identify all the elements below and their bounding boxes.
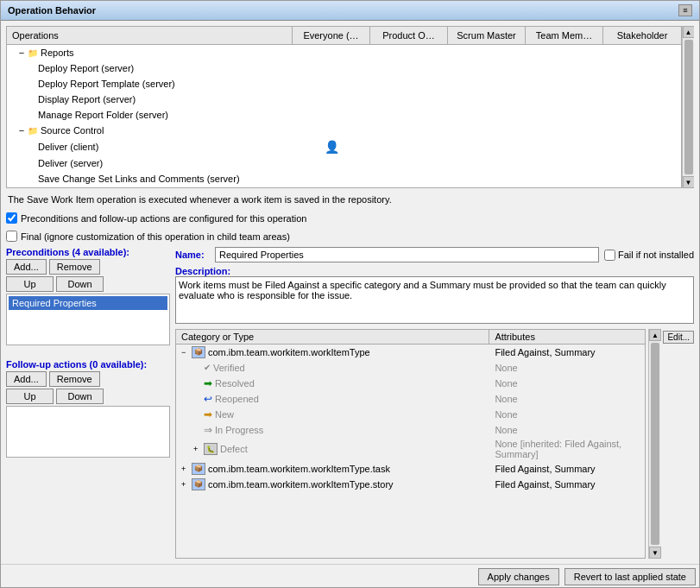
description-textarea[interactable]: Work items must be Filed Against a speci… [175, 276, 694, 324]
preconditions-checkbox-row: Preconditions and follow-up actions are … [6, 211, 694, 225]
attr-table-body: − 📦 com.ibm.team.workitem.workItemType F… [176, 345, 645, 558]
state-icon: ✔ [204, 363, 211, 372]
attr-toggle[interactable]: + [193, 445, 204, 453]
attr-value: None [489, 408, 645, 420]
group-reports-cell: − 📁 Reports [7, 47, 293, 59]
main-content: Operations Everyone (… Product O… Scrum … [1, 21, 699, 564]
attr-row[interactable]: ➡ New None [176, 407, 645, 422]
type-icon: 📦 [192, 478, 205, 490]
table-header: Operations Everyone (… Product O… Scrum … [7, 27, 681, 45]
table-row[interactable]: Save Change Set Links and Comments (serv… [7, 171, 681, 187]
followup-buttons: Add... Remove [6, 371, 170, 387]
window-menu-button[interactable]: ≡ [678, 4, 692, 16]
attr-row[interactable]: − 📦 com.ibm.team.workitem.workItemType F… [176, 345, 645, 360]
followup-remove-button[interactable]: Remove [49, 371, 100, 387]
table-row[interactable]: Deploy Report (server) [7, 60, 681, 76]
attr-value: Filed Against, Summary [489, 346, 645, 358]
attr-scroll-thumb[interactable] [651, 343, 659, 545]
attr-row[interactable]: ➡ Resolved None [176, 376, 645, 391]
attr-row[interactable]: ↩ Reopened None [176, 391, 645, 407]
attr-type-label: Verified [213, 363, 245, 373]
attr-type-label: com.ibm.team.workitem.workItemType.story [208, 479, 394, 490]
preconditions-down-button[interactable]: Down [56, 276, 104, 292]
final-checkbox[interactable] [6, 231, 17, 242]
toggle-source[interactable]: − [16, 125, 28, 136]
item-label: Deliver (client) [38, 142, 98, 152]
attr-row[interactable]: + 🐛 Defect None [inherited: Filed Agains… [176, 438, 645, 461]
name-label: Name: [175, 250, 210, 260]
attr-value: Filed Against, Summary [489, 463, 645, 475]
attr-type-label: com.ibm.team.workitem.workItemType [208, 347, 370, 357]
followup-list[interactable] [6, 406, 170, 458]
item-label: Deliver (server) [38, 158, 103, 168]
attr-row[interactable]: + 📦 com.ibm.team.workitem.workItemType.t… [176, 461, 645, 477]
reports-everyone [293, 52, 370, 54]
followup-up-button[interactable]: Up [6, 389, 54, 404]
state-icon: ⇒ [204, 424, 212, 436]
attr-table-scrollbar[interactable]: ▲ ▼ [648, 329, 660, 559]
attr-value: None [489, 393, 645, 405]
preconditions-up-button[interactable]: Up [6, 276, 54, 292]
table-row[interactable]: Manage Report Folder (server) [7, 107, 681, 123]
fail-checkbox[interactable] [604, 250, 615, 261]
item-label: Deploy Report (server) [38, 63, 134, 73]
tree-row[interactable]: − 📁 Source Control [7, 123, 681, 138]
apply-changes-button[interactable]: Apply changes [478, 568, 559, 585]
spacer [6, 349, 170, 356]
scroll-thumb[interactable] [684, 40, 693, 174]
tree-row[interactable]: − 📁 Work Items [7, 187, 681, 187]
scroll-down-button[interactable]: ▼ [683, 176, 695, 188]
table-row[interactable]: Display Report (server) [7, 92, 681, 107]
preconditions-list[interactable]: Required Properties [6, 294, 170, 345]
col-header-scrum: Scrum Master [448, 27, 526, 44]
attr-type-label: Defect [220, 444, 248, 454]
attr-scroll-up[interactable]: ▲ [649, 329, 661, 341]
toggle-reports[interactable]: − [16, 47, 28, 58]
final-checkbox-label: Final (ignore customization of this oper… [21, 231, 290, 242]
operations-table: Operations Everyone (… Product O… Scrum … [6, 26, 694, 188]
final-checkbox-row: Final (ignore customization of this oper… [6, 229, 694, 243]
fail-checkbox-row: Fail if not installed [604, 250, 694, 261]
table-row[interactable]: Deploy Report Template (server) [7, 76, 681, 92]
reports-stakeholder [603, 52, 681, 54]
preconditions-nav-buttons: Up Down [6, 276, 170, 292]
group-reports-label: Reports [41, 47, 74, 58]
attr-type-label: In Progress [215, 425, 263, 435]
left-panel: Preconditions (4 available): Add... Remo… [6, 247, 170, 559]
bottom-section: Preconditions (4 available): Add... Remo… [6, 247, 694, 559]
followup-down-button[interactable]: Down [56, 389, 104, 404]
preconditions-remove-button[interactable]: Remove [49, 259, 100, 275]
table-scrollbar[interactable]: ▲ ▼ [682, 26, 694, 188]
tree-row[interactable]: − 📁 Reports [7, 45, 681, 60]
preconditions-title: Preconditions (4 available): [6, 247, 170, 257]
table-container: Operations Everyone (… Product O… Scrum … [6, 26, 682, 188]
item-label: Save Change Set Links and Comments (serv… [38, 174, 240, 184]
preconditions-checkbox-label: Preconditions and follow-up actions are … [21, 213, 306, 224]
name-input[interactable] [215, 247, 599, 262]
preconditions-checkbox[interactable] [6, 212, 17, 224]
title-bar: Operation Behavior ≡ [1, 1, 699, 21]
attr-row[interactable]: ⇒ In Progress None [176, 422, 645, 438]
col-header-stakeholder: Stakeholder [603, 27, 681, 44]
edit-button[interactable]: Edit... [663, 331, 694, 344]
list-item[interactable]: Required Properties [9, 296, 167, 310]
reports-team [526, 52, 603, 54]
table-inner: Operations Everyone (… Product O… Scrum … [6, 26, 682, 188]
attr-scroll-down[interactable]: ▼ [649, 547, 661, 559]
item-label: Manage Report Folder (server) [38, 110, 168, 120]
attr-toggle[interactable]: − [181, 348, 192, 357]
preconditions-add-button[interactable]: Add... [6, 259, 47, 275]
table-row[interactable]: Deliver (client) 👤 [7, 138, 681, 155]
attr-toggle[interactable]: + [181, 465, 192, 473]
attr-type-label: Reopened [215, 394, 259, 404]
scroll-up-button[interactable]: ▲ [683, 26, 695, 38]
attr-row[interactable]: + 📦 com.ibm.team.workitem.workItemType.s… [176, 477, 645, 492]
edit-button-column: Edit... [663, 329, 694, 559]
attr-header-type: Category or Type [176, 330, 489, 344]
followup-add-button[interactable]: Add... [6, 371, 47, 387]
revert-button[interactable]: Revert to last applied state [564, 568, 696, 585]
table-row[interactable]: Deliver (server) [7, 155, 681, 171]
right-panel: Name: Fail if not installed Description:… [175, 247, 694, 559]
attr-toggle[interactable]: + [181, 480, 192, 489]
attr-row[interactable]: ✔ Verified None [176, 360, 645, 376]
